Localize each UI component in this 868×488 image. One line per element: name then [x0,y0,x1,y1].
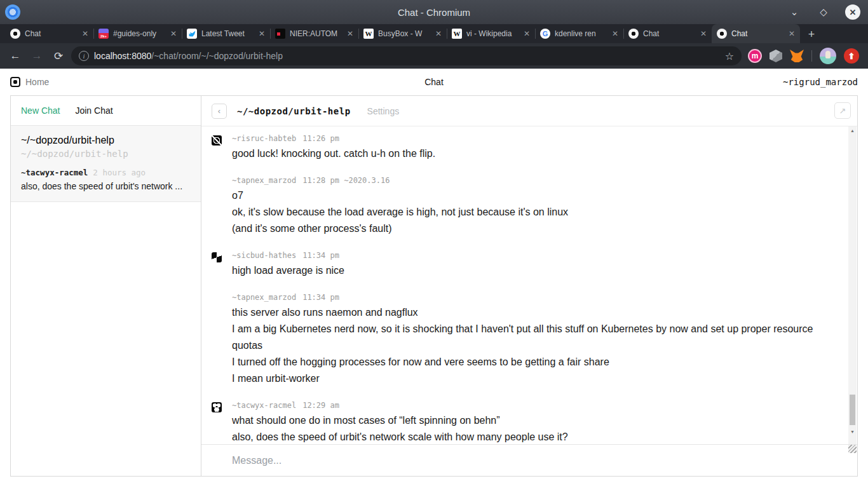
chat-app: New Chat Join Chat ~/~dopzod/urbit-help … [10,95,858,477]
tab-label: vi - Wikipedia [466,29,519,38]
channel-preview: also, does the speed of urbit's network … [21,181,191,191]
channel-last-time: 2 hours ago [93,168,146,177]
chat-panel: ‹ ~/~dopzod/urbit-help Settings ↗ ~risru… [201,96,857,476]
back-channel-icon[interactable]: ‹ [212,104,227,119]
message-line: I mean urbit-worker [232,370,818,387]
message-line: what should one do in most cases of “lef… [232,412,818,429]
tab-label: Chat [731,29,784,38]
tab-vi-wikipedia[interactable]: W vi - Wikipedia ✕ [447,24,535,43]
tab-close-icon[interactable]: ✕ [435,29,442,38]
message-input[interactable] [201,445,857,476]
tab-label: NIER:AUTOM [290,29,342,38]
tab--guides-only[interactable]: 2k+ #guides-only ✕ [93,24,182,43]
sidebar: New Chat Join Chat ~/~dopzod/urbit-help … [11,96,201,476]
tab-close-icon[interactable]: ✕ [789,29,795,38]
tab-busybox-w[interactable]: W BusyBox - W ✕ [358,24,447,43]
new-chat-button[interactable]: New Chat [21,105,60,116]
tab-label: Latest Tweet [201,29,254,38]
tab-label: Chat [25,29,78,38]
window-titlebar: Chat - Chromium ⌄ ◇ ✕ [0,0,868,24]
tab-label: #guides-only [113,29,166,38]
chat-message: ~tacwyx-racmel12:29 am what should one d… [232,401,818,444]
tab-favicon-icon [275,29,285,39]
address-bar[interactable]: i localhost:8080/~chat/room/~/~dopzod/ur… [71,46,742,65]
browser-toolbar: ← → ⟳ i localhost:8080/~chat/room/~/~dop… [0,43,868,69]
tab-favicon-icon: G [540,29,550,39]
message-author: ~risruc-habteb [232,134,296,143]
message-timestamp: 11:28 pm ~2020.3.16 [302,176,390,185]
message-line: o7 [232,187,818,204]
tab-close-icon[interactable]: ✕ [347,29,353,38]
tab-label: kdenlive ren [555,29,607,38]
message-line: also, does the speed of urbit's network … [232,429,818,444]
sigil-avatar [212,402,222,412]
maximize-icon[interactable]: ◇ [816,4,831,20]
tab-kdenlive-ren[interactable]: G kdenlive ren ✕ [535,24,623,43]
message-line: this server also runs naemon and nagflux [232,304,818,321]
tab-close-icon[interactable]: ✕ [170,29,177,38]
app-header: Home Chat ~rigrud_marzod [0,69,868,95]
message-author: ~tacwyx-racmel [232,401,296,410]
tab-chat[interactable]: Chat ✕ [5,24,93,43]
message-line: ok, it's slow because the load average i… [232,204,818,220]
minimize-icon[interactable]: ⌄ [787,4,802,20]
tab-close-icon[interactable]: ✕ [700,29,707,38]
site-info-icon[interactable]: i [79,51,89,61]
settings-link[interactable]: Settings [367,106,400,116]
tab-strip: Chat ✕ 2k+ #guides-only ✕ Latest Tweet ✕… [0,24,868,43]
tab-favicon-icon: W [452,29,462,39]
extension-cube-icon[interactable] [770,50,782,62]
sigil-avatar [212,135,222,146]
profile-avatar[interactable] [820,48,836,64]
expand-icon[interactable]: ↗ [834,102,851,119]
tab-favicon-icon [628,29,639,39]
tab-close-icon[interactable]: ✕ [82,29,88,38]
tab-nier-autom[interactable]: NIER:AUTOM ✕ [270,24,358,43]
tab-close-icon[interactable]: ✕ [524,29,530,38]
page-title: Chat [0,77,868,87]
chat-title: ~/~dopzod/urbit-help [237,106,351,116]
channel-path: ~/~dopzod/urbit-help [21,149,191,159]
message-list: ~risruc-habteb11:26 pm good luck! knocki… [201,126,848,444]
tab-label: BusyBox - W [378,29,431,38]
back-icon[interactable]: ← [6,47,24,65]
scrollbar-thumb[interactable] [850,395,855,425]
scrollbar-track[interactable]: ▲ ▼ [848,126,857,444]
message-line: I turned off the hogging processes for n… [232,354,818,370]
browser-update-icon[interactable]: ⬆ [844,48,859,64]
bookmark-star-icon[interactable]: ☆ [725,50,734,62]
tab-chat[interactable]: Chat ✕ [623,24,712,43]
message-author: ~tapnex_marzod [232,176,296,185]
reload-icon[interactable]: ⟳ [50,47,67,65]
join-chat-button[interactable]: Join Chat [75,105,112,116]
url-path: /~chat/room/~/~dopzod/urbit-help [151,51,283,61]
channel-title: ~/~dopzod/urbit-help [21,135,191,146]
extension-m-icon[interactable]: m [748,49,762,63]
new-tab-button[interactable]: + [803,25,820,43]
tab-favicon-icon: W [363,29,374,39]
tab-favicon-icon [10,29,20,39]
chat-message: ~risruc-habteb11:26 pm good luck! knocki… [232,134,818,162]
tab-close-icon[interactable]: ✕ [259,29,265,38]
close-icon[interactable]: ✕ [845,4,860,20]
tab-close-icon[interactable]: ✕ [612,29,618,38]
tab-latest-tweet[interactable]: Latest Tweet ✕ [182,24,270,43]
scroll-down-icon[interactable]: ▼ [848,428,857,435]
tab-favicon-icon: 2k+ [98,29,109,39]
tab-label: Chat [643,29,696,38]
chat-message: ~tapnex_marzod11:34 pm this server also … [232,293,818,387]
channel-list-item[interactable]: ~/~dopzod/urbit-help ~/~dopzod/urbit-hel… [11,126,201,202]
url-text[interactable]: localhost:8080/~chat/room/~/~dopzod/urbi… [94,51,720,61]
message-timestamp: 11:34 pm [302,293,339,302]
metamask-fox-icon[interactable] [790,50,804,62]
message-line: high load average is nice [232,262,818,279]
scroll-up-icon[interactable]: ▲ [848,126,857,134]
window-title: Chat - Chromium [0,7,868,18]
message-line: (and it's some other process's fault) [232,220,818,237]
message-author: ~sicbud-hathes [232,251,296,260]
composer [201,444,857,476]
forward-icon[interactable]: → [28,47,46,65]
message-author: ~tapnex_marzod [232,293,296,302]
channel-last-author: ~tacwyx-racmel [21,168,88,177]
tab-chat[interactable]: Chat ✕ [712,24,800,43]
